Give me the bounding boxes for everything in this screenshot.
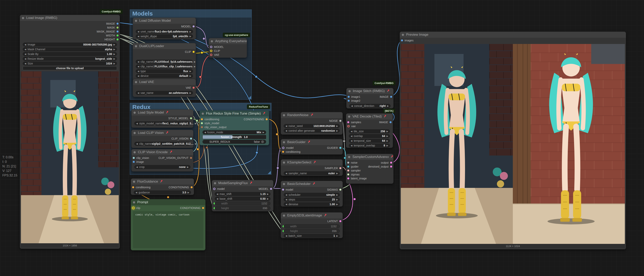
- widget-pill[interactable]: ◀clip_name2FLUX\flux_clip_l.safetensors▶: [136, 64, 193, 68]
- output-slot-STYLE_MODEL[interactable]: STYLE_MODEL: [168, 116, 193, 120]
- output-dot[interactable]: [390, 162, 392, 164]
- increment-arrow-icon[interactable]: ▶: [114, 43, 115, 46]
- decrement-arrow-icon[interactable]: ◀: [138, 30, 139, 33]
- input-slot-conditioning[interactable]: conditioning: [131, 185, 150, 189]
- widget-combo-concat_direction[interactable]: ◀concat_directionright▶: [349, 104, 390, 108]
- collapse-dot[interactable]: [283, 141, 285, 143]
- increment-arrow-icon[interactable]: ▶: [387, 105, 389, 107]
- widget-conn-width[interactable]: width1152: [284, 224, 340, 228]
- random-noise[interactable]: RandomNoiseNOISE◀noise_seed1021969135258…: [281, 112, 343, 135]
- decrement-arrow-icon[interactable]: ◀: [24, 48, 26, 51]
- output-dot[interactable]: [190, 157, 192, 159]
- prompt[interactable]: PromptclipCONDITIONINGcomic style, vinta…: [131, 199, 206, 250]
- decrement-arrow-icon[interactable]: ◀: [286, 203, 287, 206]
- input-slot-style_model[interactable]: style_model: [200, 121, 219, 125]
- node-header[interactable]: FluxGuidance: [131, 179, 194, 184]
- collapse-dot[interactable]: [133, 201, 135, 203]
- widget-pill[interactable]: ◀Resize Modelongest_side▶: [23, 57, 117, 61]
- model-sampling-flux[interactable]: ModelSamplingFluxmodelMODEL◀max_shift1.1…: [212, 180, 274, 211]
- input-slot-model[interactable]: model: [281, 188, 293, 192]
- output-slot-CLIP_VISION[interactable]: CLIP_VISION: [172, 137, 193, 140]
- output-slot-SIGMAS[interactable]: SIGMAS: [327, 188, 342, 192]
- input-slot-vae[interactable]: vae: [346, 124, 356, 128]
- increment-arrow-icon[interactable]: ▶: [114, 58, 115, 60]
- widget-combo-fusion_mode[interactable]: ◀fusion_modeMix▶: [202, 130, 266, 134]
- input-dot[interactable]: [347, 173, 349, 175]
- input-slot-MODEL[interactable]: MODEL: [209, 45, 224, 49]
- widget-pill[interactable]: ◀vae_nameae.safetensors▶: [136, 91, 193, 95]
- input-slot-CLIP[interactable]: CLIP: [209, 49, 220, 53]
- input-dot[interactable]: [201, 122, 203, 124]
- input-slot-sigmas[interactable]: sigmas: [346, 172, 360, 176]
- node-header[interactable]: Prompt: [131, 199, 205, 205]
- input-slot-image1[interactable]: image1: [346, 95, 360, 99]
- decrement-arrow-icon[interactable]: ◀: [138, 92, 139, 94]
- widget-combo-noise_seed[interactable]: ◀noise_seed10219691352580▶: [284, 124, 340, 128]
- decrement-arrow-icon[interactable]: ◀: [286, 198, 287, 201]
- increment-arrow-icon[interactable]: ▶: [114, 53, 115, 55]
- increment-arrow-icon[interactable]: ▶: [187, 166, 189, 168]
- collapse-dot[interactable]: [348, 90, 351, 92]
- output-dot[interactable]: [202, 207, 204, 209]
- output-slot-MODEL[interactable]: MODEL: [258, 187, 273, 191]
- collapse-dot[interactable]: [348, 116, 350, 118]
- output-slot-LATENT[interactable]: LATENT: [327, 219, 342, 223]
- increment-arrow-icon[interactable]: ▶: [195, 142, 196, 145]
- decrement-arrow-icon[interactable]: ◀: [286, 194, 287, 196]
- increment-arrow-icon[interactable]: ▶: [190, 75, 191, 77]
- input-slot-VAE[interactable]: VAE: [209, 53, 219, 57]
- output-slot-CONDITIONING[interactable]: CONDITIONING: [180, 206, 205, 210]
- increment-arrow-icon[interactable]: ▶: [267, 198, 269, 200]
- widget-pill[interactable]: ◀cropnone▶: [134, 165, 190, 169]
- widget-combo-crop[interactable]: ◀cropnone▶: [134, 165, 190, 169]
- input-dot[interactable]: [201, 118, 203, 120]
- output-slot-SAMPLER[interactable]: SAMPLER: [324, 166, 342, 170]
- widget-pill[interactable]: ◀Size1024▶: [23, 61, 117, 65]
- input-dot[interactable]: [210, 46, 212, 48]
- output-slot-denoised_output[interactable]: denoised_output: [368, 165, 393, 168]
- node-header[interactable]: Flux Redux Style Fine Tune (Simple): [200, 111, 269, 117]
- increment-arrow-icon[interactable]: ▶: [336, 198, 338, 201]
- widget-combo-guidance[interactable]: ◀guidance3.5▶: [134, 190, 191, 194]
- toggle-knob-icon[interactable]: [261, 140, 264, 143]
- input-dot[interactable]: [132, 207, 134, 209]
- output-dot[interactable]: [390, 96, 392, 98]
- node-header[interactable]: Load VAE: [133, 79, 196, 85]
- input-dot[interactable]: [210, 54, 212, 56]
- node-header[interactable]: BasicGuider: [281, 139, 342, 145]
- widget-pill[interactable]: ◀Scale By1.00▶: [23, 52, 117, 56]
- widget-combo-Size[interactable]: ◀Size1024▶: [23, 61, 117, 65]
- decrement-arrow-icon[interactable]: ◀: [286, 235, 287, 237]
- output-dot[interactable]: [340, 167, 341, 169]
- output-slot-IMAGE[interactable]: IMAGE: [380, 95, 393, 99]
- widget-pill[interactable]: ◀tile_size256▶: [349, 129, 390, 133]
- decrement-arrow-icon[interactable]: ◀: [24, 53, 26, 55]
- load-image-rmbg[interactable]: Load Image (RMBG)IMAGEMASKMASK_IMAGEWIDT…: [20, 15, 120, 249]
- input-dot[interactable]: [347, 177, 349, 179]
- input-slot-clip_vision[interactable]: clip_vision: [132, 156, 149, 160]
- load-diffusion-model[interactable]: Load Diffusion ModelMODEL◀unet_nameflux1…: [133, 17, 196, 39]
- output-dot[interactable]: [192, 87, 194, 89]
- input-dot[interactable]: [347, 166, 349, 168]
- decrement-arrow-icon[interactable]: ◀: [138, 70, 139, 73]
- input-dot[interactable]: [348, 100, 350, 102]
- input-slot-images[interactable]: images: [400, 38, 414, 42]
- widget-pill[interactable]: ◀overlap64▶: [349, 134, 390, 138]
- decrement-arrow-icon[interactable]: ◀: [286, 172, 287, 175]
- flux-guidance[interactable]: FluxGuidanceconditioningCONDITIONING◀gui…: [131, 178, 194, 195]
- increment-arrow-icon[interactable]: ▶: [194, 61, 195, 63]
- decrement-arrow-icon[interactable]: ◀: [351, 105, 352, 107]
- widget-pill[interactable]: height896: [284, 229, 340, 233]
- widget-combo-Image[interactable]: ◀Image00046-3837505280.jpg▶: [23, 43, 117, 46]
- flux-redux-style-fine-tune[interactable]: Flux Redux Style Fine Tune (Simple)condi…: [200, 110, 269, 145]
- output-dot[interactable]: [270, 188, 272, 190]
- widget-combo-clip_name1[interactable]: ◀clip_name1FLUX\t5xxl_fp16.safetensors▶: [136, 60, 193, 64]
- increment-arrow-icon[interactable]: ▶: [190, 92, 191, 94]
- output-slot-CONDITIONING[interactable]: CONDITIONING: [244, 117, 269, 121]
- widget-slider-fusion_strength[interactable]: fusion_strength1.0: [202, 135, 266, 139]
- output-slot-CONDITIONING[interactable]: CONDITIONING: [169, 185, 194, 189]
- widget-combo-denoise[interactable]: ◀denoise1.00▶: [284, 202, 340, 206]
- input-slot-clip_vision_output[interactable]: clip_vision_output: [200, 125, 226, 129]
- input-slot-model[interactable]: model: [281, 146, 294, 150]
- output-dot[interactable]: [340, 220, 341, 222]
